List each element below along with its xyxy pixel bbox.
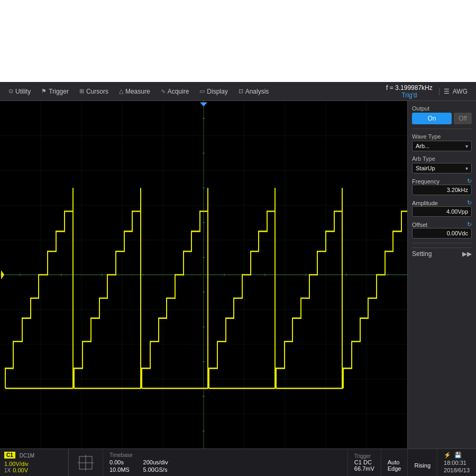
menu-bar: ⊙ Utility ⚑ Trigger ⊞ Cursors △ Measure … xyxy=(0,82,476,101)
frequency-section: Frequency ↻ 3.20kHz xyxy=(412,178,472,195)
wave-type-section: Wave Type Arb... ▾ xyxy=(412,133,472,151)
scope-grid-svg xyxy=(0,101,407,448)
measure-icon: △ xyxy=(119,88,123,95)
menu-analysis-label: Analysis xyxy=(245,88,269,95)
sys-row-1: ⚡ 💾 xyxy=(444,452,470,459)
ch1-coupling: DC1M xyxy=(20,453,34,459)
cursors-icon: ⊞ xyxy=(79,88,84,95)
usb-icon: ⚡ xyxy=(444,452,451,459)
output-section: Output On Off xyxy=(412,105,472,124)
divider-2 xyxy=(412,243,472,243)
amplitude-param-label: Amplitude ↻ xyxy=(412,199,472,206)
crosshair-icon xyxy=(75,452,96,473)
trigger-mode: Auto xyxy=(388,459,401,465)
arb-type-label: Arb Type xyxy=(412,155,472,162)
awg-label: AWG xyxy=(453,88,468,95)
timebase-start: 0.00s xyxy=(109,459,133,465)
menu-measure-label: Measure xyxy=(125,88,150,95)
output-row: On Off xyxy=(412,113,472,124)
arb-type-dropdown[interactable]: StairUp ▾ xyxy=(412,163,472,173)
acquire-icon: ∿ xyxy=(161,88,166,95)
timebase-sample: 5.00GS/s xyxy=(143,466,168,473)
offset-section: Offset ↻ 0.00Vdc xyxy=(412,221,472,239)
menu-analysis[interactable]: ⊡ Analysis xyxy=(234,86,273,97)
main-content: Output On Off Wave Type Arb... ▾ Arb Typ… xyxy=(0,101,476,448)
timebase-label: Timebase xyxy=(109,452,133,458)
clock-date: 2018/6/13 xyxy=(444,467,470,473)
frequency-param-label: Frequency ↻ xyxy=(412,178,472,185)
ch1-status: C1 DC1M 1.00V/div 1X 0.00V xyxy=(0,449,69,476)
trigger-slope-spacer xyxy=(414,456,431,462)
trig-status: Trig'd xyxy=(386,91,433,99)
trigger-icon: ⚑ xyxy=(41,88,47,95)
menu-measure[interactable]: △ Measure xyxy=(115,86,154,97)
scope-area xyxy=(0,101,407,448)
amplitude-refresh-icon[interactable]: ↻ xyxy=(467,199,472,206)
offset-refresh-icon[interactable]: ↻ xyxy=(467,221,472,228)
analysis-icon: ⊡ xyxy=(239,88,243,95)
amplitude-section: Amplitude ↻ 4.00Vpp xyxy=(412,199,472,217)
menu-cursors[interactable]: ⊞ Cursors xyxy=(75,86,113,97)
setting-label: Setting xyxy=(412,250,432,258)
menu-acquire[interactable]: ∿ Acquire xyxy=(157,86,194,97)
offset-value-box[interactable]: 0.00Vdc xyxy=(412,228,472,239)
ch1-offset: 0.00V xyxy=(13,467,28,473)
output-on-button[interactable]: On xyxy=(412,113,452,124)
trigger-mode-area: Auto Edge xyxy=(381,449,408,476)
wave-type-dropdown[interactable]: Arb... ▾ xyxy=(412,141,472,151)
trigger-mode-spacer xyxy=(388,453,401,459)
menu-trigger-label: Trigger xyxy=(49,88,69,95)
scope-cursor-area xyxy=(69,449,103,476)
ch1-label: C1 xyxy=(4,452,15,459)
arb-type-chevron-icon: ▾ xyxy=(465,166,468,171)
display-icon: ▭ xyxy=(199,88,205,95)
menu-utility-label: Utility xyxy=(15,88,31,95)
offset-label-text: Offset xyxy=(412,222,427,228)
timebase-group: Timebase 0.00s 10.0MS xyxy=(109,452,133,473)
amplitude-value-box[interactable]: 4.00Vpp xyxy=(412,206,472,217)
menu-display-label: Display xyxy=(207,88,227,95)
svg-marker-40 xyxy=(200,103,207,107)
awg-panel-header[interactable]: ☰ AWG xyxy=(439,88,472,95)
trigger-level: 66.7mV xyxy=(354,465,374,472)
wave-type-chevron-icon: ▾ xyxy=(465,143,468,149)
trigger-slope-area: Rising xyxy=(407,449,437,476)
timebase-area: Timebase 0.00s 10.0MS 200us/div 5.00GS/s xyxy=(103,449,347,476)
awg-panel: Output On Off Wave Type Arb... ▾ Arb Typ… xyxy=(407,101,476,448)
menu-utility[interactable]: ⊙ Utility xyxy=(4,86,35,97)
status-bar: C1 DC1M 1.00V/div 1X 0.00V Timebase 0.00… xyxy=(0,448,476,476)
svg-marker-41 xyxy=(1,270,4,280)
output-off-button[interactable]: Off xyxy=(454,113,472,124)
trigger-label: Trigger xyxy=(354,453,374,459)
offset-param-label: Offset ↻ xyxy=(412,221,472,228)
save-icon: 💾 xyxy=(454,452,462,459)
arb-type-section: Arb Type StairUp ▾ xyxy=(412,155,472,173)
menu-display[interactable]: ▭ Display xyxy=(195,86,232,97)
timebase-div: 200us/div xyxy=(143,459,168,465)
setting-arrow-icon: ▶▶ xyxy=(462,250,472,258)
frequency-refresh-icon[interactable]: ↻ xyxy=(467,178,472,185)
arb-type-value: StairUp xyxy=(416,165,435,171)
top-white-area xyxy=(0,0,476,82)
awg-menu-icon: ☰ xyxy=(444,88,450,95)
frequency-value: f = 3.199987kHz xyxy=(386,84,433,91)
timebase-total: 10.0MS xyxy=(109,466,133,473)
ch1-probe: 1X xyxy=(4,468,11,473)
output-label: Output xyxy=(412,105,472,112)
trigger-type: Edge xyxy=(388,465,401,472)
ch1-scale: 1.00V/div xyxy=(4,461,29,467)
timebase-div-group: 200us/div 5.00GS/s xyxy=(143,452,168,473)
frequency-display: f = 3.199987kHz Trig'd xyxy=(386,84,433,99)
clock-time: 18:00:31 xyxy=(444,460,466,466)
frequency-label-text: Frequency xyxy=(412,178,440,185)
date-row: 2018/6/13 xyxy=(444,467,470,473)
menu-items: ⊙ Utility ⚑ Trigger ⊞ Cursors △ Measure … xyxy=(4,86,386,97)
menu-trigger[interactable]: ⚑ Trigger xyxy=(37,86,73,97)
menu-cursors-label: Cursors xyxy=(86,88,108,95)
divider-1 xyxy=(412,129,472,129)
menu-acquire-label: Acquire xyxy=(168,88,189,95)
timebase-div-spacer xyxy=(143,452,168,458)
frequency-value-box[interactable]: 3.20kHz xyxy=(412,185,472,195)
time-row: 18:00:31 xyxy=(444,460,470,466)
setting-row[interactable]: Setting ▶▶ xyxy=(412,248,472,260)
